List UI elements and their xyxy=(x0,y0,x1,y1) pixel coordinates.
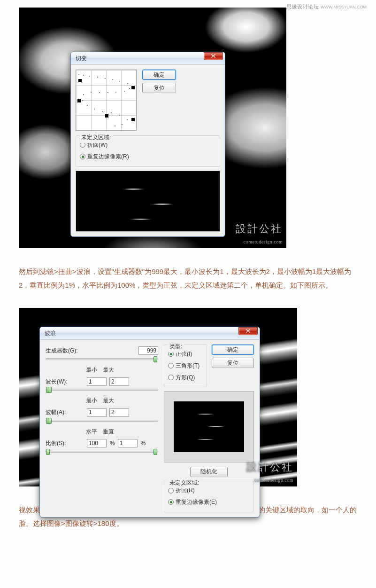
shear-handle[interactable] xyxy=(131,86,135,89)
undefined-area-fieldset: 未定义区域: 折回(W) 重复边缘像素(R) xyxy=(76,135,220,167)
horiz-label: 水平 xyxy=(85,426,98,437)
shear-handle[interactable] xyxy=(78,79,82,82)
scale-vert-input[interactable]: 1 xyxy=(118,439,138,447)
site-name: 思缘设计论坛 xyxy=(286,4,319,9)
vert-label: 垂直 xyxy=(102,426,115,437)
type-sine-radio[interactable] xyxy=(168,351,174,357)
shear-curve-grid[interactable] xyxy=(76,70,137,131)
type-triangle-radio[interactable] xyxy=(168,363,174,368)
type-square-radio[interactable] xyxy=(168,375,174,380)
scale-horiz-input[interactable]: 100 xyxy=(87,439,107,447)
type-triangle-label: 三角形(T) xyxy=(176,361,200,371)
figure-shear: 切变 xyxy=(19,8,286,248)
reset-button[interactable]: 复位 xyxy=(142,83,176,93)
wavelength-min-input[interactable]: 1 xyxy=(87,377,107,386)
type-square-label: 方形(Q) xyxy=(176,372,195,383)
undefined-area-legend: 未定义区域: xyxy=(79,132,113,143)
min-label: 最小 xyxy=(85,365,98,376)
max-label: 最大 xyxy=(102,395,115,406)
wave-titlebar[interactable]: 波浪 xyxy=(40,327,260,340)
repeat-edge-label: 重复边缘像素(E) xyxy=(176,497,217,508)
amplitude-min-input[interactable]: 1 xyxy=(87,408,107,417)
instruction-paragraph-1: 然后到滤镜>扭曲>波浪，设置"生成器数"为999最大，最小波长为1，最大波长为2… xyxy=(19,265,357,292)
wavelength-max-input[interactable]: 2 xyxy=(109,377,129,386)
wave-preview xyxy=(174,401,244,452)
repeat-edge-label: 重复边缘像素(R) xyxy=(87,151,129,162)
amplitude-max-input[interactable]: 2 xyxy=(109,408,129,417)
randomize-button[interactable]: 随机化 xyxy=(190,467,228,477)
repeat-edge-radio[interactable] xyxy=(80,154,85,159)
reset-button[interactable]: 复位 xyxy=(212,358,254,368)
amplitude-label: 波幅(A): xyxy=(46,407,84,418)
close-button[interactable] xyxy=(204,52,223,60)
figure-wave: 波浪 生成器数(G): 999 xyxy=(19,308,297,486)
undefined-area-legend: 未定义区域: xyxy=(168,478,201,488)
shear-dialog: 切变 xyxy=(70,52,225,237)
generators-label: 生成器数(G): xyxy=(46,345,86,356)
wave-dialog: 波浪 生成器数(G): 999 xyxy=(39,327,260,517)
wave-title: 波浪 xyxy=(45,328,56,339)
shear-handle[interactable] xyxy=(77,99,81,102)
site-url: WWW.MISSYUAN.COM xyxy=(321,5,367,9)
shear-preview xyxy=(76,171,220,232)
shear-title: 切变 xyxy=(76,53,87,64)
min-label: 最小 xyxy=(85,395,98,406)
repeat-edge-radio[interactable] xyxy=(168,499,174,505)
page-header-watermark: 思缘设计论坛 WWW.MISSYUAN.COM xyxy=(0,0,376,8)
generators-slider[interactable] xyxy=(46,358,158,360)
wave-preview-box xyxy=(164,391,254,463)
undefined-area-fieldset: 未定义区域: 折回(R) 重复边缘像素(E) xyxy=(164,481,254,512)
ok-button[interactable]: 确定 xyxy=(142,70,176,80)
amplitude-slider[interactable] xyxy=(46,420,158,422)
wavelength-label: 波长(W): xyxy=(46,376,84,387)
shear-handle[interactable] xyxy=(105,114,108,118)
wrap-radio[interactable] xyxy=(168,488,174,494)
shear-handle[interactable] xyxy=(131,118,135,121)
max-label: 最大 xyxy=(102,365,115,376)
shear-titlebar[interactable]: 切变 xyxy=(71,52,225,65)
close-icon xyxy=(211,54,215,58)
scale-label: 比例(S): xyxy=(46,438,84,449)
ok-button[interactable]: 确定 xyxy=(212,345,254,355)
generators-input[interactable]: 999 xyxy=(138,346,158,355)
type-legend: 类型: xyxy=(168,341,184,352)
close-icon xyxy=(246,329,250,333)
type-fieldset: 类型: 正弦(I) 三角形(T) 方形(Q) xyxy=(164,345,207,387)
scale-slider[interactable] xyxy=(46,451,158,453)
wavelength-slider[interactable] xyxy=(46,389,158,391)
close-button[interactable] xyxy=(238,327,258,335)
wrap-radio[interactable] xyxy=(80,142,85,148)
